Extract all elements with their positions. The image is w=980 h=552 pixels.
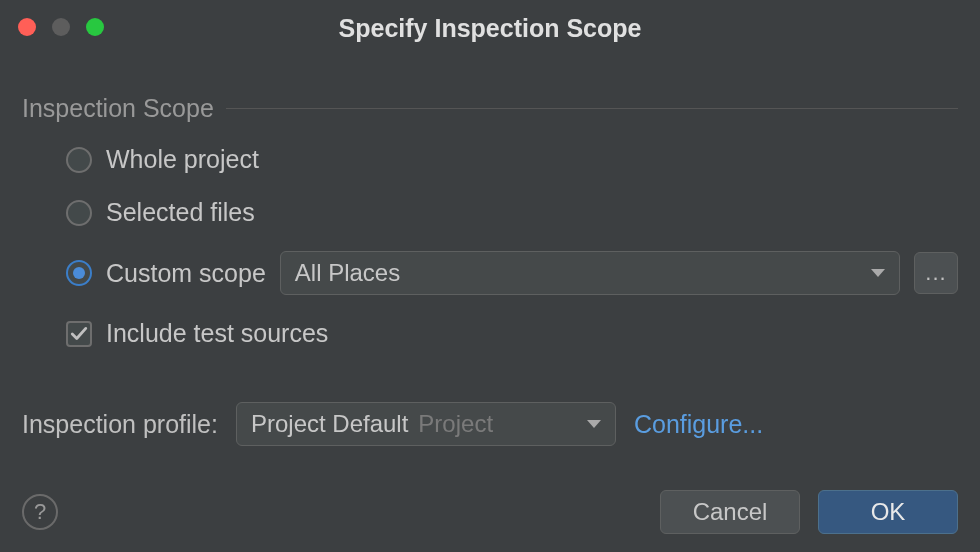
radio-selected-files[interactable] xyxy=(66,200,92,226)
radio-whole-project[interactable] xyxy=(66,147,92,173)
section-label: Inspection Scope xyxy=(22,94,214,123)
footer-buttons: Cancel OK xyxy=(660,490,958,534)
maximize-window-button[interactable] xyxy=(86,18,104,36)
inspection-profile-sub-value: Project xyxy=(418,410,493,438)
check-icon xyxy=(70,325,88,343)
custom-scope-dropdown[interactable]: All Places xyxy=(280,251,900,295)
radio-row-selected-files[interactable]: Selected files xyxy=(66,198,958,227)
radio-row-custom-scope: Custom scope All Places ... xyxy=(66,251,958,295)
include-test-sources-row[interactable]: Include test sources xyxy=(22,319,958,348)
chevron-down-icon xyxy=(871,269,885,277)
radio-custom-scope[interactable] xyxy=(66,260,92,286)
close-window-button[interactable] xyxy=(18,18,36,36)
radio-label-custom-scope: Custom scope xyxy=(106,259,266,288)
inspection-profile-main-value: Project Default xyxy=(251,410,408,438)
custom-scope-dropdown-value: All Places xyxy=(295,259,400,287)
cancel-button[interactable]: Cancel xyxy=(660,490,800,534)
radio-label-whole-project: Whole project xyxy=(106,145,259,174)
include-test-sources-label: Include test sources xyxy=(106,319,328,348)
minimize-window-button[interactable] xyxy=(52,18,70,36)
section-divider xyxy=(226,108,958,109)
dialog-content: Inspection Scope Whole project Selected … xyxy=(0,40,980,446)
chevron-down-icon xyxy=(587,420,601,428)
dialog-title: Specify Inspection Scope xyxy=(0,0,980,43)
custom-scope-ellipsis-button[interactable]: ... xyxy=(914,252,958,294)
include-test-sources-checkbox[interactable] xyxy=(66,321,92,347)
dialog-footer: ? Cancel OK xyxy=(22,490,958,534)
inspection-profile-label: Inspection profile: xyxy=(22,410,218,439)
inspection-profile-dropdown-text: Project Default Project xyxy=(251,410,493,438)
window-controls xyxy=(18,18,104,36)
titlebar: Specify Inspection Scope xyxy=(0,0,980,40)
ok-button[interactable]: OK xyxy=(818,490,958,534)
inspection-profile-dropdown[interactable]: Project Default Project xyxy=(236,402,616,446)
help-button[interactable]: ? xyxy=(22,494,58,530)
inspection-profile-row: Inspection profile: Project Default Proj… xyxy=(22,402,958,446)
configure-link[interactable]: Configure... xyxy=(634,410,763,439)
scope-radio-group: Whole project Selected files Custom scop… xyxy=(22,145,958,295)
section-header: Inspection Scope xyxy=(22,94,958,123)
radio-label-selected-files: Selected files xyxy=(106,198,255,227)
radio-row-whole-project[interactable]: Whole project xyxy=(66,145,958,174)
